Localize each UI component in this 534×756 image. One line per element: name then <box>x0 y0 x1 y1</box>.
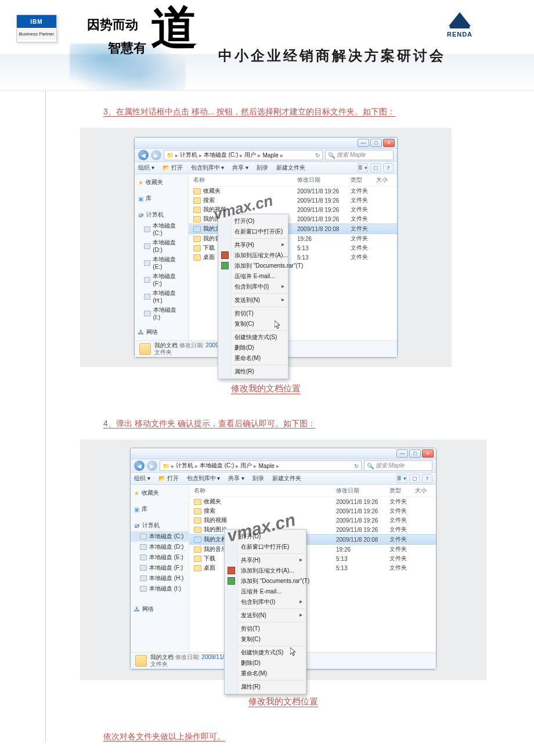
refresh-button[interactable]: ↻ <box>315 152 320 159</box>
ctx-shortcut[interactable]: 创建快捷方式(S) <box>218 332 288 343</box>
new-folder-button[interactable]: 新建文件夹 <box>276 164 305 172</box>
ctx-delete[interactable]: 删除(D) <box>225 658 306 668</box>
open-button[interactable]: 📂 打开 <box>158 474 179 483</box>
view-button[interactable]: ≣ ▾ <box>358 163 368 172</box>
close-button[interactable]: × <box>383 139 395 147</box>
sidebar-network[interactable]: 🖧网络 <box>135 326 188 338</box>
ctx-rar-add[interactable]: 添加到压缩文件(A)... <box>218 250 288 261</box>
ctx-properties[interactable]: 属性(R) <box>225 682 306 692</box>
search-input[interactable]: 🔍 搜索 Maple <box>364 460 432 471</box>
forward-button[interactable]: ▶ <box>151 150 161 160</box>
maximize-button[interactable]: □ <box>370 139 382 147</box>
sidebar-drive[interactable]: 本地磁盘 (D:) <box>135 237 188 254</box>
preview-button[interactable]: ▢ <box>370 163 381 172</box>
organize-button[interactable]: 组织 ▾ <box>134 474 150 483</box>
col-size[interactable]: 大小 <box>376 176 397 184</box>
ctx-copy[interactable]: 复制(C) <box>225 634 306 645</box>
breadcrumb-seg[interactable]: 用户 <box>240 462 252 470</box>
ctx-rar-add[interactable]: 添加到压缩文件(A)... <box>225 566 306 576</box>
ctx-open[interactable]: 打开(O) <box>218 216 288 226</box>
address-bar[interactable]: 📁 ▸ 计算机 ▸ 本地磁盘 (C:) ▸ 用户 ▸ Maple ▸ ↻ <box>164 150 323 160</box>
sidebar-network[interactable]: 🖧网络 <box>131 603 189 615</box>
ctx-cut[interactable]: 剪切(T) <box>225 624 306 634</box>
sidebar-computer[interactable]: 🖳计算机 <box>135 209 188 221</box>
back-button[interactable]: ◀ <box>134 460 145 471</box>
ctx-sendto[interactable]: 发送到(N)▸ <box>218 295 288 305</box>
col-date[interactable]: 修改日期 <box>297 176 351 184</box>
new-folder-button[interactable]: 新建文件夹 <box>272 474 301 483</box>
ctx-rar-add2[interactable]: 添加到 "Documents.rar"(T) <box>218 261 288 271</box>
ctx-rename[interactable]: 重命名(M) <box>225 668 306 679</box>
back-button[interactable]: ◀ <box>138 150 149 160</box>
ctx-open[interactable]: 打开(O) <box>225 531 306 542</box>
sidebar-drive[interactable]: 本地磁盘 (I:) <box>135 305 188 322</box>
preview-button[interactable]: ▢ <box>409 474 420 483</box>
ctx-copy[interactable]: 复制(C) <box>218 319 288 329</box>
file-row[interactable]: 搜索2009/11/8 19:26文件夹 <box>189 506 436 516</box>
sidebar-drive[interactable]: 本地磁盘 (E:) <box>135 254 188 271</box>
ctx-include[interactable]: 包含到库中(I)▸ <box>218 282 288 292</box>
ctx-cut[interactable]: 剪切(T) <box>218 308 288 319</box>
forward-button[interactable]: ▶ <box>147 460 157 471</box>
sidebar-favorites[interactable]: ★收藏夹 <box>131 487 189 499</box>
ctx-rar-add2[interactable]: 添加到 "Documents.rar"(T) <box>225 576 306 586</box>
breadcrumb-seg[interactable]: 本地磁盘 (C:) <box>204 151 238 159</box>
ctx-delete[interactable]: 删除(D) <box>218 343 288 353</box>
refresh-button[interactable]: ↻ <box>354 463 359 469</box>
sidebar-drive[interactable]: 本地磁盘 (D:) <box>131 542 189 552</box>
burn-button[interactable]: 刻录 <box>252 474 264 483</box>
burn-button[interactable]: 刻录 <box>257 164 268 172</box>
ctx-open-new[interactable]: 在新窗口中打开(E) <box>225 542 306 552</box>
col-type[interactable]: 类型 <box>389 487 415 495</box>
sidebar-libraries[interactable]: ▣库 <box>131 503 189 515</box>
sidebar-drive[interactable]: 本地磁盘 (F:) <box>131 563 189 573</box>
breadcrumb-seg[interactable]: 本地磁盘 (C:) <box>200 462 234 470</box>
file-row[interactable]: 我的视频2009/11/8 19:26文件夹 <box>189 516 436 525</box>
breadcrumb-seg[interactable]: Maple <box>262 152 278 159</box>
search-input[interactable]: 🔍 搜索 Maple <box>325 150 394 160</box>
ctx-rename[interactable]: 重命名(M) <box>218 353 288 363</box>
breadcrumb-seg[interactable]: 计算机 <box>176 462 193 470</box>
col-type[interactable]: 类型 <box>351 176 376 184</box>
include-button[interactable]: 包含到库中 ▾ <box>191 164 225 172</box>
col-name[interactable]: 名称 <box>194 487 336 495</box>
view-button[interactable]: ≣ ▾ <box>396 474 407 483</box>
ctx-rar-mail[interactable]: 压缩并 E-mail... <box>218 271 288 282</box>
sidebar-drive[interactable]: 本地磁盘 (H:) <box>131 573 189 584</box>
organize-button[interactable]: 组织 ▾ <box>138 164 154 172</box>
ctx-shortcut[interactable]: 创建快捷方式(S) <box>225 647 306 658</box>
ctx-share[interactable]: 共享(H)▸ <box>225 555 306 566</box>
ctx-sendto[interactable]: 发送到(N)▸ <box>225 610 306 621</box>
sidebar-favorites[interactable]: ★收藏夹 <box>135 177 188 188</box>
breadcrumb-seg[interactable]: Maple <box>258 463 274 469</box>
col-name[interactable]: 名称 <box>193 176 297 184</box>
sidebar-drive[interactable]: 本地磁盘 (I:) <box>131 584 189 594</box>
sidebar-libraries[interactable]: ▣库 <box>135 193 188 204</box>
minimize-button[interactable]: — <box>358 139 369 147</box>
breadcrumb-seg[interactable]: 计算机 <box>180 151 197 159</box>
include-button[interactable]: 包含到库中 ▾ <box>187 474 221 483</box>
share-button[interactable]: 共享 ▾ <box>228 474 244 483</box>
sidebar-drive[interactable]: 本地磁盘 (H:) <box>135 288 188 305</box>
file-row[interactable]: 收藏夹2009/11/8 19:26文件夹 <box>189 186 397 196</box>
sidebar-drive[interactable]: 本地磁盘 (C:) <box>135 221 188 237</box>
breadcrumb-seg[interactable]: 用户 <box>244 151 256 159</box>
maximize-button[interactable]: □ <box>409 449 421 458</box>
open-button[interactable]: 📂 打开 <box>163 164 183 172</box>
ctx-open-new[interactable]: 在新窗口中打开(E) <box>218 226 288 237</box>
sidebar-drive[interactable]: 本地磁盘 (F:) <box>135 271 188 288</box>
help-button[interactable]: ? <box>422 474 432 483</box>
sidebar-drive-selected[interactable]: 本地磁盘 (C:) <box>131 531 189 542</box>
help-button[interactable]: ? <box>383 163 394 172</box>
ctx-include[interactable]: 包含到库中(I)▸ <box>225 597 306 607</box>
sidebar-drive[interactable]: 本地磁盘 (E:) <box>131 552 189 563</box>
share-button[interactable]: 共享 ▾ <box>232 164 248 172</box>
close-button[interactable]: × <box>422 449 434 458</box>
file-row[interactable]: 搜索2009/11/8 19:26文件夹 <box>189 196 397 205</box>
file-row[interactable]: 我的视频2009/11/8 19:26文件夹 <box>189 205 397 214</box>
col-size[interactable]: 大小 <box>415 487 436 495</box>
ctx-rar-mail[interactable]: 压缩并 E-mail... <box>225 586 306 597</box>
ctx-properties[interactable]: 属性(R) <box>218 366 288 377</box>
sidebar-computer[interactable]: 🖳计算机 <box>131 520 189 531</box>
address-bar[interactable]: 📁 ▸ 计算机 ▸ 本地磁盘 (C:) ▸ 用户 ▸ Maple ▸ ↻ <box>160 460 362 471</box>
